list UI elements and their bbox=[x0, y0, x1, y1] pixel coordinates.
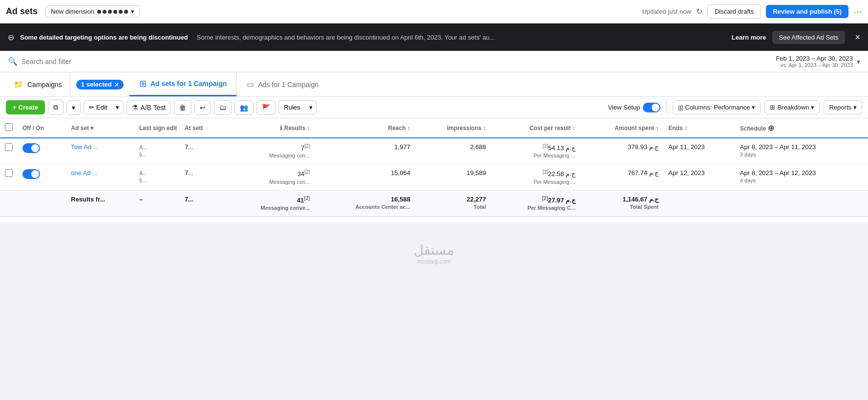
rules-dropdown-button[interactable]: ▾ bbox=[305, 101, 317, 114]
row1-adset-link[interactable]: Tow Ad ... bbox=[71, 143, 98, 151]
reports-label: Reports bbox=[829, 104, 851, 111]
row2-adset-link[interactable]: one Ad ... bbox=[71, 169, 98, 177]
banner-close-button[interactable]: × bbox=[855, 32, 860, 43]
banner-title: Some detailed targeting options are bein… bbox=[20, 34, 188, 41]
flag-button[interactable]: 🚩 bbox=[256, 100, 275, 115]
undo-button[interactable]: ↩ bbox=[194, 100, 211, 115]
row1-checkbox[interactable] bbox=[5, 143, 13, 151]
breakdown-button[interactable]: ⊞ Breakdown ▾ bbox=[764, 100, 820, 114]
watermark-url: mostaql.com bbox=[0, 258, 868, 265]
edit-dropdown-button[interactable]: ▾ bbox=[112, 101, 123, 114]
add-column-button[interactable]: ⊕ bbox=[768, 123, 774, 133]
th-adset[interactable]: Ad set ▾ bbox=[66, 118, 134, 138]
th-checkbox bbox=[0, 118, 18, 138]
row1-ends: Apr 11, 2023 bbox=[663, 138, 735, 164]
dimension-chevron-icon: ▾ bbox=[131, 8, 134, 15]
row1-cost: ج.م 54.13[2]Per Messaging ... bbox=[491, 138, 580, 164]
discard-drafts-button[interactable]: Discard drafts bbox=[707, 4, 761, 19]
ab-test-button[interactable]: ⚗ A/B Test bbox=[127, 100, 171, 115]
learn-more-link[interactable]: Learn more bbox=[732, 34, 766, 41]
columns-icon: ||| bbox=[678, 104, 683, 111]
selected-badge[interactable]: 1 selected × bbox=[76, 80, 124, 89]
th-schedule: Schedule ⊕ bbox=[735, 118, 868, 138]
trash-icon: 🗑 bbox=[179, 104, 186, 111]
date-range: Feb 1, 2023 – Apr 30, 2023 vs. Apr 1, 20… bbox=[776, 55, 853, 68]
row2-schedule: Apr 8, 2023 – Apr 12, 20234 days bbox=[735, 164, 868, 190]
archive-button[interactable]: 🗂 bbox=[214, 100, 232, 115]
row2-ends: Apr 12, 2023 bbox=[663, 164, 735, 190]
row1-schedule: Apr 8, 2023 – Apr 11, 20233 days bbox=[735, 138, 868, 164]
rules-button[interactable]: Rules bbox=[279, 101, 305, 114]
total-schedule bbox=[735, 190, 868, 216]
total-impressions: 22,277Total bbox=[415, 190, 491, 216]
row2-checkbox[interactable] bbox=[5, 169, 13, 177]
refresh-button[interactable]: ↻ bbox=[696, 7, 702, 16]
row1-lastsigned: A...5... bbox=[134, 138, 180, 164]
ads-icon: ▭ bbox=[247, 80, 254, 89]
total-atsett: 7... bbox=[180, 190, 223, 216]
create-label: Create bbox=[19, 104, 38, 111]
view-setup-toggle[interactable] bbox=[643, 103, 660, 112]
total-results: 41[2]Messaging conve... bbox=[223, 190, 315, 216]
th-offon: Off / On bbox=[18, 118, 66, 138]
th-ends[interactable]: Ends ↕ bbox=[663, 118, 735, 138]
toolbar-divider bbox=[666, 101, 667, 114]
deselect-button[interactable]: × bbox=[115, 81, 119, 89]
th-impressions[interactable]: Impressions ↕ bbox=[415, 118, 491, 138]
horizontal-scrollbar[interactable] bbox=[0, 217, 868, 222]
row2-amount: ج.م 767.74 bbox=[580, 164, 664, 190]
selected-badge-wrapper: 1 selected × bbox=[70, 80, 129, 89]
page-title: Ad sets bbox=[6, 6, 38, 17]
top-bar: Ad sets New dimension ▾ Updated just now… bbox=[0, 0, 868, 23]
th-reach[interactable]: Reach ↕ bbox=[315, 118, 415, 138]
th-atsett: At sett bbox=[180, 118, 223, 138]
select-all-checkbox[interactable] bbox=[5, 123, 13, 131]
th-results[interactable]: ℹ Results ↕ bbox=[223, 118, 315, 138]
breakdown-label: Breakdown bbox=[777, 104, 809, 111]
date-range-dropdown-button[interactable]: ▾ bbox=[857, 58, 860, 66]
row1-toggle[interactable] bbox=[22, 143, 40, 153]
tab-campaigns[interactable]: 📁 Campaigns bbox=[6, 72, 70, 96]
columns-button[interactable]: ||| Columns: Performance ▾ bbox=[673, 100, 761, 114]
row1-results: 7[2]Messaging con... bbox=[223, 138, 315, 164]
total-checkbox-cell bbox=[0, 190, 18, 216]
people-button[interactable]: 👥 bbox=[234, 100, 254, 115]
th-costperresult[interactable]: Cost per result ↕ bbox=[491, 118, 580, 138]
see-affected-adsets-button[interactable]: See Affected Ad Sets bbox=[772, 31, 846, 44]
table-header-row: Off / On Ad set ▾ Last sign edit At sett… bbox=[0, 118, 868, 138]
delete-button[interactable]: 🗑 bbox=[174, 100, 191, 115]
create-button[interactable]: + Create bbox=[6, 100, 45, 114]
dimension-selector[interactable]: New dimension ▾ bbox=[45, 5, 140, 18]
th-amountspent[interactable]: Amount spent ↕ bbox=[580, 118, 664, 138]
ab-test-icon: ⚗ bbox=[132, 104, 138, 111]
tab-ads[interactable]: ▭ Ads for 1 Campaign bbox=[237, 72, 328, 96]
row2-toggle[interactable] bbox=[22, 169, 40, 179]
date-range-main: Feb 1, 2023 – Apr 30, 2023 bbox=[776, 55, 853, 62]
duplicate-dropdown-button[interactable]: ▾ bbox=[66, 100, 81, 115]
row2-checkbox-cell bbox=[0, 164, 18, 190]
total-amount: ج.م 1,146.67Total Spent bbox=[580, 190, 664, 216]
duplicate-button[interactable]: ⧉ bbox=[48, 100, 64, 115]
row1-checkbox-cell bbox=[0, 138, 18, 164]
columns-label: Columns: Performance bbox=[685, 104, 750, 111]
more-options-button[interactable]: ⋯ bbox=[853, 6, 862, 17]
folder-icon: 📁 bbox=[14, 80, 23, 89]
table-row: Tow Ad ... A...5... 7... 7[2]Messaging c… bbox=[0, 138, 868, 164]
row2-reach: 15,064 bbox=[315, 164, 415, 190]
search-input[interactable] bbox=[21, 58, 772, 66]
people-icon: 👥 bbox=[240, 104, 248, 111]
total-label: Results fr... bbox=[66, 190, 134, 216]
row2-atsett: 7... bbox=[180, 164, 223, 190]
row1-reach: 1,977 bbox=[315, 138, 415, 164]
reports-button[interactable]: Reports ▾ bbox=[824, 100, 862, 114]
edit-button[interactable]: ✏ Edit bbox=[84, 101, 112, 114]
publish-button[interactable]: Review and publish (5) bbox=[766, 5, 848, 18]
undo-icon: ↩ bbox=[200, 104, 206, 111]
tab-adsets[interactable]: ⊞ Ad sets for 1 Campaign bbox=[129, 72, 237, 96]
row2-adset-cell: one Ad ... bbox=[66, 164, 134, 190]
duplicate-icon: ⧉ bbox=[53, 103, 58, 111]
row2-toggle-cell bbox=[18, 164, 66, 190]
row1-atsett: 7... bbox=[180, 138, 223, 164]
view-setup: View Setup bbox=[608, 103, 661, 112]
adsets-grid-icon: ⊞ bbox=[139, 78, 147, 89]
